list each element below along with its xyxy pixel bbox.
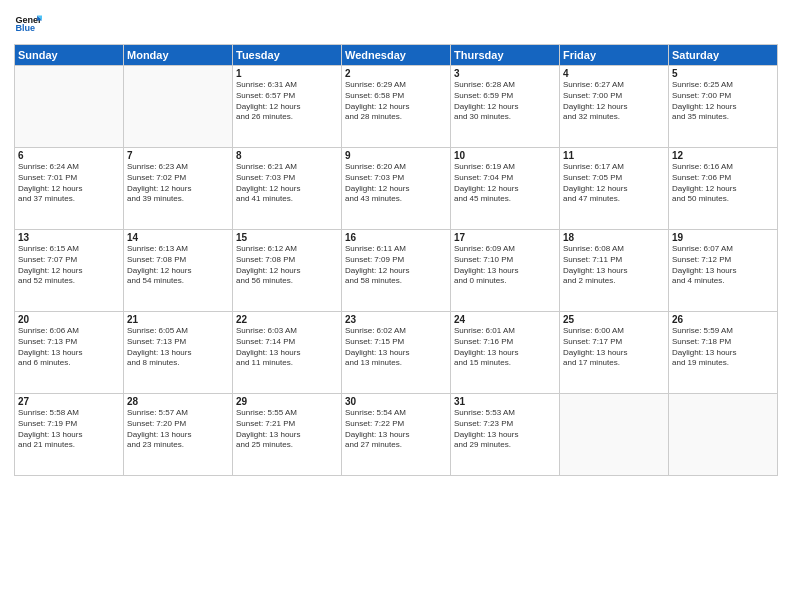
- day-info: Sunrise: 6:31 AM Sunset: 6:57 PM Dayligh…: [236, 80, 338, 123]
- calendar-cell: 27Sunrise: 5:58 AM Sunset: 7:19 PM Dayli…: [15, 394, 124, 476]
- day-info: Sunrise: 6:27 AM Sunset: 7:00 PM Dayligh…: [563, 80, 665, 123]
- day-info: Sunrise: 6:13 AM Sunset: 7:08 PM Dayligh…: [127, 244, 229, 287]
- day-number: 26: [672, 314, 774, 325]
- day-info: Sunrise: 6:01 AM Sunset: 7:16 PM Dayligh…: [454, 326, 556, 369]
- day-number: 27: [18, 396, 120, 407]
- weekday-sunday: Sunday: [15, 45, 124, 66]
- day-number: 17: [454, 232, 556, 243]
- day-number: 24: [454, 314, 556, 325]
- day-number: 23: [345, 314, 447, 325]
- day-info: Sunrise: 6:28 AM Sunset: 6:59 PM Dayligh…: [454, 80, 556, 123]
- day-number: 21: [127, 314, 229, 325]
- day-number: 2: [345, 68, 447, 79]
- calendar-cell: 2Sunrise: 6:29 AM Sunset: 6:58 PM Daylig…: [342, 66, 451, 148]
- day-info: Sunrise: 5:59 AM Sunset: 7:18 PM Dayligh…: [672, 326, 774, 369]
- day-number: 19: [672, 232, 774, 243]
- calendar-cell: 6Sunrise: 6:24 AM Sunset: 7:01 PM Daylig…: [15, 148, 124, 230]
- calendar-cell: 14Sunrise: 6:13 AM Sunset: 7:08 PM Dayli…: [124, 230, 233, 312]
- calendar-table: SundayMondayTuesdayWednesdayThursdayFrid…: [14, 44, 778, 476]
- day-number: 30: [345, 396, 447, 407]
- weekday-header-row: SundayMondayTuesdayWednesdayThursdayFrid…: [15, 45, 778, 66]
- day-info: Sunrise: 6:02 AM Sunset: 7:15 PM Dayligh…: [345, 326, 447, 369]
- calendar-cell: 7Sunrise: 6:23 AM Sunset: 7:02 PM Daylig…: [124, 148, 233, 230]
- day-info: Sunrise: 6:08 AM Sunset: 7:11 PM Dayligh…: [563, 244, 665, 287]
- calendar-cell: 17Sunrise: 6:09 AM Sunset: 7:10 PM Dayli…: [451, 230, 560, 312]
- day-number: 31: [454, 396, 556, 407]
- day-number: 16: [345, 232, 447, 243]
- day-number: 8: [236, 150, 338, 161]
- day-info: Sunrise: 5:53 AM Sunset: 7:23 PM Dayligh…: [454, 408, 556, 451]
- day-info: Sunrise: 6:21 AM Sunset: 7:03 PM Dayligh…: [236, 162, 338, 205]
- day-number: 9: [345, 150, 447, 161]
- day-info: Sunrise: 6:03 AM Sunset: 7:14 PM Dayligh…: [236, 326, 338, 369]
- calendar-cell: 8Sunrise: 6:21 AM Sunset: 7:03 PM Daylig…: [233, 148, 342, 230]
- weekday-thursday: Thursday: [451, 45, 560, 66]
- day-number: 13: [18, 232, 120, 243]
- weekday-tuesday: Tuesday: [233, 45, 342, 66]
- calendar-cell: 13Sunrise: 6:15 AM Sunset: 7:07 PM Dayli…: [15, 230, 124, 312]
- header: General Blue: [14, 10, 778, 38]
- weekday-friday: Friday: [560, 45, 669, 66]
- weekday-wednesday: Wednesday: [342, 45, 451, 66]
- day-number: 5: [672, 68, 774, 79]
- calendar-cell: 24Sunrise: 6:01 AM Sunset: 7:16 PM Dayli…: [451, 312, 560, 394]
- day-info: Sunrise: 5:57 AM Sunset: 7:20 PM Dayligh…: [127, 408, 229, 451]
- calendar-cell: [15, 66, 124, 148]
- day-info: Sunrise: 6:12 AM Sunset: 7:08 PM Dayligh…: [236, 244, 338, 287]
- calendar-cell: 29Sunrise: 5:55 AM Sunset: 7:21 PM Dayli…: [233, 394, 342, 476]
- calendar-cell: 15Sunrise: 6:12 AM Sunset: 7:08 PM Dayli…: [233, 230, 342, 312]
- day-number: 4: [563, 68, 665, 79]
- calendar-week-row: 1Sunrise: 6:31 AM Sunset: 6:57 PM Daylig…: [15, 66, 778, 148]
- calendar-cell: 1Sunrise: 6:31 AM Sunset: 6:57 PM Daylig…: [233, 66, 342, 148]
- day-number: 11: [563, 150, 665, 161]
- day-number: 29: [236, 396, 338, 407]
- day-info: Sunrise: 6:23 AM Sunset: 7:02 PM Dayligh…: [127, 162, 229, 205]
- day-info: Sunrise: 6:06 AM Sunset: 7:13 PM Dayligh…: [18, 326, 120, 369]
- day-info: Sunrise: 6:19 AM Sunset: 7:04 PM Dayligh…: [454, 162, 556, 205]
- calendar-cell: 11Sunrise: 6:17 AM Sunset: 7:05 PM Dayli…: [560, 148, 669, 230]
- calendar-cell: 16Sunrise: 6:11 AM Sunset: 7:09 PM Dayli…: [342, 230, 451, 312]
- calendar-cell: 20Sunrise: 6:06 AM Sunset: 7:13 PM Dayli…: [15, 312, 124, 394]
- calendar-week-row: 20Sunrise: 6:06 AM Sunset: 7:13 PM Dayli…: [15, 312, 778, 394]
- calendar-cell: 28Sunrise: 5:57 AM Sunset: 7:20 PM Dayli…: [124, 394, 233, 476]
- calendar-cell: 30Sunrise: 5:54 AM Sunset: 7:22 PM Dayli…: [342, 394, 451, 476]
- day-info: Sunrise: 6:29 AM Sunset: 6:58 PM Dayligh…: [345, 80, 447, 123]
- day-number: 1: [236, 68, 338, 79]
- day-number: 12: [672, 150, 774, 161]
- calendar-cell: 9Sunrise: 6:20 AM Sunset: 7:03 PM Daylig…: [342, 148, 451, 230]
- day-info: Sunrise: 6:24 AM Sunset: 7:01 PM Dayligh…: [18, 162, 120, 205]
- calendar-cell: 23Sunrise: 6:02 AM Sunset: 7:15 PM Dayli…: [342, 312, 451, 394]
- calendar-cell: 12Sunrise: 6:16 AM Sunset: 7:06 PM Dayli…: [669, 148, 778, 230]
- svg-text:Blue: Blue: [15, 23, 35, 33]
- day-number: 3: [454, 68, 556, 79]
- weekday-monday: Monday: [124, 45, 233, 66]
- day-info: Sunrise: 6:25 AM Sunset: 7:00 PM Dayligh…: [672, 80, 774, 123]
- day-info: Sunrise: 6:15 AM Sunset: 7:07 PM Dayligh…: [18, 244, 120, 287]
- day-number: 22: [236, 314, 338, 325]
- day-info: Sunrise: 6:16 AM Sunset: 7:06 PM Dayligh…: [672, 162, 774, 205]
- day-info: Sunrise: 6:09 AM Sunset: 7:10 PM Dayligh…: [454, 244, 556, 287]
- calendar-cell: [560, 394, 669, 476]
- calendar-week-row: 27Sunrise: 5:58 AM Sunset: 7:19 PM Dayli…: [15, 394, 778, 476]
- calendar-cell: [124, 66, 233, 148]
- day-info: Sunrise: 6:20 AM Sunset: 7:03 PM Dayligh…: [345, 162, 447, 205]
- day-number: 15: [236, 232, 338, 243]
- day-info: Sunrise: 6:00 AM Sunset: 7:17 PM Dayligh…: [563, 326, 665, 369]
- calendar-cell: 5Sunrise: 6:25 AM Sunset: 7:00 PM Daylig…: [669, 66, 778, 148]
- logo-icon: General Blue: [14, 10, 42, 38]
- day-info: Sunrise: 5:54 AM Sunset: 7:22 PM Dayligh…: [345, 408, 447, 451]
- day-info: Sunrise: 5:55 AM Sunset: 7:21 PM Dayligh…: [236, 408, 338, 451]
- calendar-cell: 3Sunrise: 6:28 AM Sunset: 6:59 PM Daylig…: [451, 66, 560, 148]
- day-number: 20: [18, 314, 120, 325]
- calendar-cell: [669, 394, 778, 476]
- day-number: 28: [127, 396, 229, 407]
- calendar-cell: 4Sunrise: 6:27 AM Sunset: 7:00 PM Daylig…: [560, 66, 669, 148]
- calendar-week-row: 13Sunrise: 6:15 AM Sunset: 7:07 PM Dayli…: [15, 230, 778, 312]
- calendar-container: General Blue SundayMondayTuesdayWednesda…: [0, 0, 792, 612]
- calendar-cell: 25Sunrise: 6:00 AM Sunset: 7:17 PM Dayli…: [560, 312, 669, 394]
- calendar-cell: 18Sunrise: 6:08 AM Sunset: 7:11 PM Dayli…: [560, 230, 669, 312]
- day-number: 10: [454, 150, 556, 161]
- calendar-cell: 10Sunrise: 6:19 AM Sunset: 7:04 PM Dayli…: [451, 148, 560, 230]
- day-info: Sunrise: 5:58 AM Sunset: 7:19 PM Dayligh…: [18, 408, 120, 451]
- calendar-cell: 19Sunrise: 6:07 AM Sunset: 7:12 PM Dayli…: [669, 230, 778, 312]
